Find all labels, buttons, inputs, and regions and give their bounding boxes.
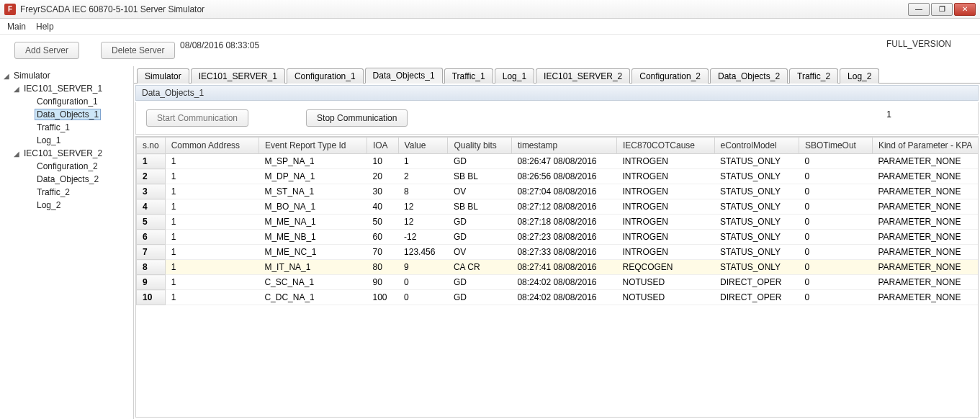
table-cell: 1 xyxy=(165,230,259,245)
tab-iec101-server-2[interactable]: IEC101_SERVER_2 xyxy=(536,68,630,84)
table-cell: 0 xyxy=(799,154,873,169)
tab-traffic-2[interactable]: Traffic_2 xyxy=(789,68,838,84)
add-server-button[interactable]: Add Server xyxy=(14,42,79,59)
tree-log-2[interactable]: Log_2 xyxy=(1,199,132,212)
tree-data-objects-2[interactable]: Data_Objects_2 xyxy=(1,173,132,186)
tab-traffic-1[interactable]: Traffic_1 xyxy=(444,68,493,84)
table-cell: GD xyxy=(448,215,511,230)
table-row[interactable]: 41M_BO_NA_14012SB BL08:27:12 08/08/2016I… xyxy=(137,199,979,215)
table-cell: M_IT_NA_1 xyxy=(259,260,367,275)
table-cell: 50 xyxy=(367,215,398,230)
table-cell: GD xyxy=(448,290,511,305)
table-cell: 100 xyxy=(367,290,398,305)
tree-server-2[interactable]: ◢ IEC101_SERVER_2 xyxy=(1,147,132,160)
menu-help[interactable]: Help xyxy=(36,22,54,32)
stop-communication-button[interactable]: Stop Communication xyxy=(306,109,408,127)
data-grid[interactable]: s.noCommon AddressEvent Report Type IdIO… xyxy=(135,136,979,418)
tree-data-objects-1[interactable]: Data_Objects_1 xyxy=(1,108,132,121)
table-cell: 08:26:56 08/08/2016 xyxy=(511,169,616,184)
panel-header: Data_Objects_1 xyxy=(135,85,979,101)
delete-server-button[interactable]: Delete Server xyxy=(101,42,175,59)
close-button[interactable]: ✕ xyxy=(954,3,976,16)
column-header[interactable]: timestamp xyxy=(511,138,616,154)
table-cell: OV xyxy=(448,245,511,260)
timestamp-label: 08/08/2016 08:33:05 xyxy=(180,40,259,50)
table-cell: STATUS_ONLY xyxy=(714,169,799,184)
column-header[interactable]: Event Report Type Id xyxy=(259,138,367,154)
table-cell: INTROGEN xyxy=(616,230,714,245)
table-row[interactable]: 51M_ME_NA_15012GD08:27:18 08/08/2016INTR… xyxy=(137,215,979,230)
tab-simulator[interactable]: Simulator xyxy=(137,68,189,84)
tab-bar: SimulatorIEC101_SERVER_1Configuration_1D… xyxy=(134,66,980,84)
table-cell: 8 xyxy=(137,260,166,275)
column-header[interactable]: Value xyxy=(398,138,448,154)
tab-data-objects-1[interactable]: Data_Objects_1 xyxy=(365,68,443,84)
table-cell: 12 xyxy=(398,199,448,215)
table-cell: 9 xyxy=(137,275,166,290)
table-cell: NOTUSED xyxy=(616,275,714,290)
table-cell: GD xyxy=(448,275,511,290)
tree-traffic-2[interactable]: Traffic_2 xyxy=(1,186,132,199)
table-row[interactable]: 81M_IT_NA_1809CA CR08:27:41 08/08/2016RE… xyxy=(137,260,979,275)
table-cell: 0 xyxy=(799,260,873,275)
column-header[interactable]: Kind of Parameter - KPA xyxy=(872,138,979,154)
chevron-down-icon[interactable]: ◢ xyxy=(12,150,22,158)
table-cell: PARAMETER_NONE xyxy=(872,245,979,260)
tree-traffic-1[interactable]: Traffic_1 xyxy=(1,121,132,134)
chevron-down-icon[interactable]: ◢ xyxy=(12,85,22,93)
sidebar-tree[interactable]: ◢ Simulator ◢ IEC101_SERVER_1 Configurat… xyxy=(0,66,134,419)
panel-title: Data_Objects_1 xyxy=(142,88,204,98)
table-cell: 08:27:23 08/08/2016 xyxy=(511,230,616,245)
tree-server-1[interactable]: ◢ IEC101_SERVER_1 xyxy=(1,82,132,95)
tab-log-1[interactable]: Log_1 xyxy=(495,68,534,84)
table-cell: 1 xyxy=(165,215,259,230)
column-header[interactable]: SBOTimeOut xyxy=(799,138,873,154)
table-cell: GD xyxy=(448,230,511,245)
minimize-button[interactable]: — xyxy=(908,3,930,16)
tree-root[interactable]: ◢ Simulator xyxy=(1,69,132,82)
menu-main[interactable]: Main xyxy=(7,22,26,32)
column-header[interactable]: Quality bits xyxy=(448,138,511,154)
table-cell: DIRECT_OPER xyxy=(714,275,799,290)
panel-body: Start Communication Stop Communication 1 xyxy=(135,102,979,135)
table-cell: 30 xyxy=(367,184,398,199)
table-cell: CA CR xyxy=(448,260,511,275)
table-cell: 90 xyxy=(367,275,398,290)
tree-config-1[interactable]: Configuration_1 xyxy=(1,95,132,108)
column-header[interactable]: IOA xyxy=(367,138,398,154)
table-cell: 10 xyxy=(137,290,166,305)
table-row[interactable]: 31M_ST_NA_1308OV08:27:04 08/08/2016INTRO… xyxy=(137,184,979,199)
column-header[interactable]: Common Address xyxy=(165,138,259,154)
tab-configuration-1[interactable]: Configuration_1 xyxy=(287,68,364,84)
table-row[interactable]: 101C_DC_NA_11000GD08:24:02 08/08/2016NOT… xyxy=(137,290,979,305)
chevron-down-icon[interactable]: ◢ xyxy=(1,72,12,80)
table-cell: PARAMETER_NONE xyxy=(872,260,979,275)
table-row[interactable]: 91C_SC_NA_1900GD08:24:02 08/08/2016NOTUS… xyxy=(137,275,979,290)
table-row[interactable]: 61M_ME_NB_160-12GD08:27:23 08/08/2016INT… xyxy=(137,230,979,245)
table-row[interactable]: 21M_DP_NA_1202SB BL08:26:56 08/08/2016IN… xyxy=(137,169,979,184)
tree-config-2[interactable]: Configuration_2 xyxy=(1,160,132,173)
tab-data-objects-2[interactable]: Data_Objects_2 xyxy=(710,68,788,84)
version-label: FULL_VERSION xyxy=(886,39,951,49)
table-row[interactable]: 11M_SP_NA_1101GD08:26:47 08/08/2016INTRO… xyxy=(137,154,979,169)
column-header[interactable]: eControlModel xyxy=(714,138,799,154)
table-cell: 08:27:04 08/08/2016 xyxy=(511,184,616,199)
column-header[interactable]: IEC870COTCause xyxy=(616,138,714,154)
tree-log-1[interactable]: Log_1 xyxy=(1,134,132,147)
table-cell: M_ST_NA_1 xyxy=(259,184,367,199)
table-cell: INTROGEN xyxy=(616,245,714,260)
table-cell: C_SC_NA_1 xyxy=(259,275,367,290)
table-cell: M_SP_NA_1 xyxy=(259,154,367,169)
tab-configuration-2[interactable]: Configuration_2 xyxy=(631,68,709,84)
table-cell: 1 xyxy=(165,199,259,215)
maximize-button[interactable]: ❐ xyxy=(931,3,953,16)
tab-log-2[interactable]: Log_2 xyxy=(840,68,879,84)
table-cell: SB BL xyxy=(448,169,511,184)
start-communication-button[interactable]: Start Communication xyxy=(146,109,248,127)
table-cell: 80 xyxy=(367,260,398,275)
table-cell: 1 xyxy=(398,154,448,169)
tab-iec101-server-1[interactable]: IEC101_SERVER_1 xyxy=(191,68,285,84)
column-header[interactable]: s.no xyxy=(137,138,166,154)
table-cell: 08:27:33 08/08/2016 xyxy=(511,245,616,260)
table-row[interactable]: 71M_ME_NC_170123.456OV08:27:33 08/08/201… xyxy=(137,245,979,260)
